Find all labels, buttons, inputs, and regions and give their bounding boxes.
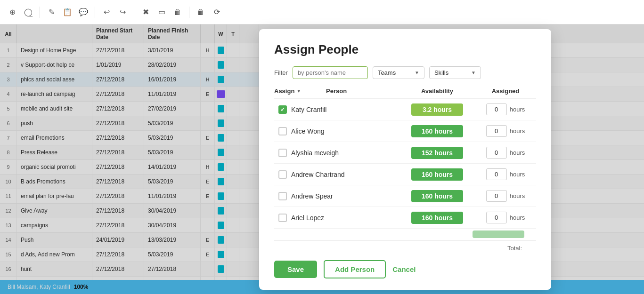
availability-bar: 160 hours	[411, 125, 463, 137]
person-checkbox[interactable]	[278, 149, 287, 157]
skills-dropdown[interactable]: Skills ▼	[429, 66, 481, 79]
person-checkbox[interactable]	[278, 127, 287, 135]
teams-dropdown[interactable]: Teams ▼	[373, 66, 424, 79]
toolbar: ⊕ ◯̲ ✎ 📋 💬 ↩ ↪ ✖ ▭ 🗑 🗑 ⟳	[0, 0, 644, 24]
person-availability: 160 hours	[399, 190, 475, 202]
filter-label: Filter	[274, 69, 288, 76]
assigned-input[interactable]	[486, 190, 507, 202]
refresh-icon[interactable]: ⟳	[210, 6, 223, 19]
scissors-icon[interactable]: ✖	[139, 6, 152, 19]
person-availability: 160 hours	[399, 168, 475, 181]
person-checkbox-wrap[interactable]	[274, 127, 291, 135]
user-icon[interactable]: ◯̲	[22, 6, 35, 19]
assigned-col-header: Assigned	[475, 87, 536, 95]
assign-people-modal: Assign People Filter Teams ▼ Skills ▼ As…	[259, 29, 551, 290]
skills-label: Skills	[434, 69, 468, 76]
person-checkbox[interactable]	[278, 214, 287, 222]
modal-overlay[interactable]: Assign People Filter Teams ▼ Skills ▼ As…	[0, 24, 644, 294]
modal-buttons: Save Add Person Cancel	[274, 260, 536, 278]
person-assigned: hours	[475, 147, 536, 159]
assigned-input[interactable]	[486, 212, 507, 223]
add-icon[interactable]: ⊕	[6, 6, 19, 19]
partial-row	[274, 229, 536, 240]
add-person-button[interactable]: Add Person	[324, 260, 386, 278]
person-row: Andrew Chartrand 160 hours hours	[274, 164, 536, 185]
person-row: Alice Wong 160 hours hours	[274, 120, 536, 142]
person-name: Ariel Lopez	[291, 214, 399, 222]
skills-arrow-icon: ▼	[471, 70, 476, 75]
teams-label: Teams	[378, 69, 412, 76]
filter-row: Filter Teams ▼ Skills ▼	[274, 66, 536, 79]
comment-icon[interactable]: 💬	[77, 6, 90, 19]
person-name: Andrew Spear	[291, 192, 399, 200]
cancel-button[interactable]: Cancel	[392, 265, 416, 273]
availability-bar: 160 hours	[411, 190, 463, 202]
person-availability: 3.2 hours	[399, 103, 475, 116]
availability-col-header: Availability	[399, 87, 475, 95]
assigned-hours-label: hours	[510, 171, 525, 178]
person-checkbox-wrap[interactable]	[274, 105, 291, 114]
person-row: Ariel Lopez 160 hours hours	[274, 207, 536, 229]
person-assigned: hours	[475, 190, 536, 202]
separator-2	[95, 7, 95, 18]
person-checkbox-wrap[interactable]	[274, 192, 291, 200]
people-list: Katy Cranfill 3.2 hours hours Alice Wong…	[274, 99, 536, 229]
modal-title: Assign People	[274, 42, 536, 57]
person-checkbox[interactable]	[278, 192, 287, 200]
person-row: Alyshia mcveigh 152 hours hours	[274, 142, 536, 164]
edit-icon[interactable]: ✎	[45, 6, 58, 19]
person-name: Alice Wong	[291, 127, 399, 135]
assigned-hours-label: hours	[510, 214, 525, 221]
assigned-input[interactable]	[486, 103, 507, 115]
assigned-input[interactable]	[486, 168, 507, 180]
person-assigned: hours	[475, 212, 536, 223]
person-col-header: Person	[326, 87, 399, 95]
main-area: All Planned Start Date Planned Finish Da…	[0, 24, 644, 294]
person-checkbox-wrap[interactable]	[274, 214, 291, 222]
assigned-input[interactable]	[486, 125, 507, 137]
assigned-hours-label: hours	[510, 106, 525, 113]
availability-bar: 160 hours	[411, 168, 463, 181]
person-assigned: hours	[475, 103, 536, 115]
assign-sort-icon[interactable]: ▼	[296, 88, 301, 94]
person-row: Katy Cranfill 3.2 hours hours	[274, 99, 536, 120]
person-assigned: hours	[475, 168, 536, 180]
assigned-hours-label: hours	[510, 127, 525, 135]
total-label: Total:	[507, 245, 522, 252]
person-checkbox[interactable]	[278, 105, 287, 114]
assigned-hours-label: hours	[510, 149, 525, 156]
save-button[interactable]: Save	[274, 261, 317, 278]
teams-arrow-icon: ▼	[415, 70, 419, 75]
person-availability: 152 hours	[399, 147, 475, 159]
person-name: Alyshia mcveigh	[291, 149, 399, 157]
people-table-header: Assign ▼ Person Availability Assigned	[274, 87, 536, 99]
undo-icon[interactable]: ↩	[100, 6, 113, 19]
person-availability: 160 hours	[399, 212, 475, 224]
person-row: Andrew Spear 160 hours hours	[274, 185, 536, 207]
person-name: Andrew Chartrand	[291, 171, 399, 178]
person-checkbox-wrap[interactable]	[274, 149, 291, 157]
duplicate-icon[interactable]: ▭	[155, 6, 168, 19]
availability-bar: 3.2 hours	[411, 103, 463, 116]
person-assigned: hours	[475, 125, 536, 137]
separator-1	[40, 7, 40, 18]
person-checkbox-wrap[interactable]	[274, 170, 291, 179]
filter-input[interactable]	[293, 66, 368, 79]
assigned-input[interactable]	[486, 147, 507, 159]
availability-bar: 160 hours	[411, 212, 463, 224]
person-checkbox[interactable]	[278, 170, 287, 179]
total-row: Total:	[274, 240, 536, 254]
assign-col-header: Assign ▼	[274, 87, 326, 95]
assigned-hours-label: hours	[510, 192, 525, 199]
availability-bar: 152 hours	[411, 147, 463, 159]
person-name: Katy Cranfill	[291, 106, 399, 113]
trash-icon[interactable]: 🗑	[194, 6, 207, 19]
redo-icon[interactable]: ↪	[116, 6, 129, 19]
separator-3	[134, 7, 134, 18]
separator-4	[189, 7, 189, 18]
copy-icon[interactable]: 📋	[61, 6, 74, 19]
delete-icon[interactable]: 🗑	[171, 6, 184, 19]
person-availability: 160 hours	[399, 125, 475, 137]
